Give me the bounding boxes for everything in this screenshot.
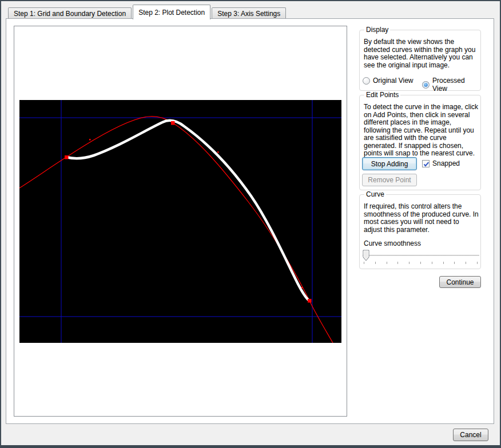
display-group-title: Display <box>364 26 390 34</box>
slider-track[interactable] <box>363 255 479 256</box>
image-canvas[interactable] <box>14 26 347 417</box>
slider-ticks <box>364 262 478 265</box>
radio-processed-view-icon <box>422 81 430 89</box>
cancel-button[interactable]: Cancel <box>453 429 488 441</box>
curve-smoothness-slider[interactable] <box>363 250 479 267</box>
snapped-checkbox[interactable]: Snapped <box>422 159 460 167</box>
remove-point-button[interactable]: Remove Point <box>362 174 417 186</box>
continue-button[interactable]: Continue <box>439 276 481 288</box>
edit-points-group-title: Edit Points <box>364 91 400 99</box>
detected-curve-plot[interactable] <box>19 100 341 343</box>
tab-pane: Display By default the view shows the de… <box>6 18 494 424</box>
tab-step2-plot-detection[interactable]: Step 2: Plot Detection <box>133 5 210 19</box>
edit-points-description: To detect the curve in the image, click … <box>364 103 479 158</box>
display-group: Display By default the view shows the de… <box>359 30 481 91</box>
view-radio-row: Original View Processed View <box>363 77 479 86</box>
radio-original-view-label: Original View <box>373 77 413 85</box>
radio-original-view-icon <box>363 77 370 85</box>
edit-points-group: Edit Points To detect the curve in the i… <box>359 95 481 190</box>
radio-processed-view-label: Processed View <box>432 77 479 93</box>
display-description: By default the view shows the detected c… <box>364 38 479 69</box>
curve-group: Curve If required, this control alters t… <box>359 194 481 269</box>
tab-step1-grid-boundary-detection[interactable]: Step 1: Grid and Boundary Detection <box>8 7 132 18</box>
wizard-tabbar: Step 1: Grid and Boundary Detection Step… <box>8 5 287 18</box>
processed-image[interactable] <box>19 100 341 343</box>
snapped-checkbox-icon <box>422 160 430 167</box>
radio-original-view[interactable]: Original View <box>363 77 413 85</box>
curve-description: If required, this control alters the smo… <box>364 203 479 234</box>
curve-smoothness-label: Curve smoothness <box>364 239 421 247</box>
tab-step3-axis-settings[interactable]: Step 3: Axis Settings <box>212 7 286 18</box>
snapped-checkbox-label: Snapped <box>432 159 460 167</box>
stop-adding-button[interactable]: Stop Adding <box>362 157 417 170</box>
radio-processed-view[interactable]: Processed View <box>422 77 479 93</box>
curve-group-title: Curve <box>364 190 386 198</box>
slider-thumb-icon[interactable] <box>363 250 369 261</box>
